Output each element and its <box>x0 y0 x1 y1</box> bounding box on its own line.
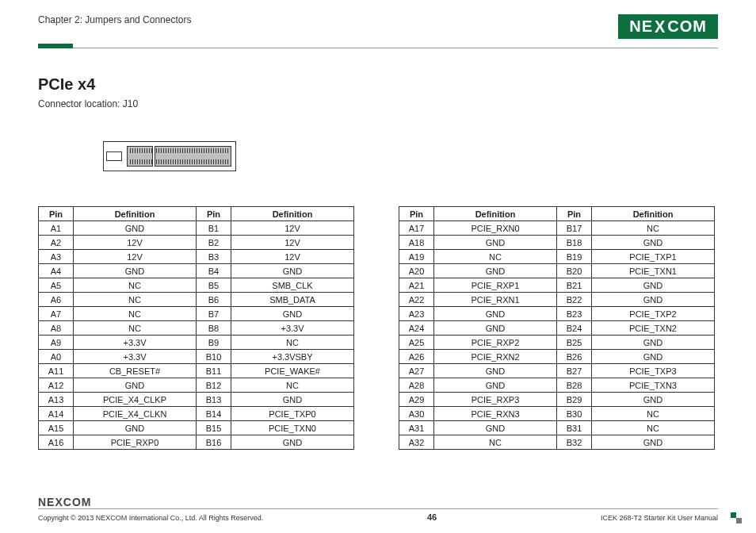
col-def: Definition <box>434 207 557 221</box>
connector-diagram <box>103 141 236 171</box>
definition-cell: PCIE_RXN3 <box>434 407 557 421</box>
pin-cell: B5 <box>197 278 231 293</box>
definition-cell: 12V <box>231 250 354 264</box>
pin-cell: A8 <box>39 321 74 336</box>
table-row: A18GNDB18GND <box>399 236 715 250</box>
pin-cell: B15 <box>197 421 231 435</box>
definition-cell: NC <box>434 250 557 264</box>
pin-cell: B21 <box>557 278 592 293</box>
table-row: A9+3.3VB9NC <box>39 336 354 350</box>
definition-cell: GND <box>74 221 197 236</box>
pin-cell: A16 <box>39 435 74 450</box>
definition-cell: SMB_CLK <box>231 278 354 293</box>
pin-cell: A3 <box>39 250 74 264</box>
pin-cell: B29 <box>557 393 592 407</box>
pin-cell: A13 <box>39 393 74 407</box>
definition-cell: PCIE_TXN3 <box>592 378 715 393</box>
table-row: A15GNDB15PCIE_TXN0 <box>39 421 354 435</box>
page-number: 46 <box>427 512 437 522</box>
pin-cell: A28 <box>399 378 434 393</box>
table-row: A27GNDB27PCIE_TXP3 <box>399 364 715 378</box>
definition-cell: 12V <box>231 221 354 236</box>
table-row: A6NCB6SMB_DATA <box>39 293 354 307</box>
definition-cell: GND <box>592 350 715 364</box>
definition-cell: PCIE_TXN0 <box>231 421 354 435</box>
pin-cell: B31 <box>557 421 592 435</box>
table-row: A30PCIE_RXN3B30NC <box>399 407 715 421</box>
section-subtitle: Connector location: J10 <box>38 98 718 109</box>
definition-cell: GND <box>434 264 557 278</box>
pin-cell: B25 <box>557 336 592 350</box>
table-row: A20GNDB20PCIE_TXN1 <box>399 264 715 278</box>
table-row: A19NCB19PCIE_TXP1 <box>399 250 715 264</box>
header-rule <box>38 44 718 48</box>
definition-cell: PCIE_TXP0 <box>231 407 354 421</box>
table-row: A16PCIE_RXP0B16GND <box>39 435 354 450</box>
chapter-label: Chapter 2: Jumpers and Connectors <box>38 14 191 25</box>
definition-cell: +3.3V <box>74 336 197 350</box>
pinout-table-left: Pin Definition Pin Definition A1GNDB112V… <box>38 206 354 450</box>
pin-cell: B19 <box>557 250 592 264</box>
table-row: A31GNDB31NC <box>399 421 715 435</box>
pin-cell: A21 <box>399 278 434 293</box>
definition-cell: PCIE_TXN2 <box>592 321 715 336</box>
table-row: A4GNDB4GND <box>39 264 354 278</box>
definition-cell: PCIE_WAKE# <box>231 364 354 378</box>
pin-cell: A15 <box>39 421 74 435</box>
pin-cell: A5 <box>39 278 74 293</box>
definition-cell: NC <box>592 221 715 236</box>
definition-cell: GND <box>74 264 197 278</box>
table-row: A312VB312V <box>39 250 354 264</box>
definition-cell: CB_RESET# <box>74 364 197 378</box>
table-row: A17PCIE_RXN0B17NC <box>399 221 715 236</box>
definition-cell: GND <box>592 293 715 307</box>
pin-cell: B27 <box>557 364 592 378</box>
table-row: A29PCIE_RXP3B29GND <box>399 393 715 407</box>
definition-cell: GND <box>434 236 557 250</box>
definition-cell: PCIE_TXP3 <box>592 364 715 378</box>
definition-cell: GND <box>434 378 557 393</box>
definition-cell: GND <box>231 435 354 450</box>
definition-cell: PCIE_RXP3 <box>434 393 557 407</box>
pin-cell: A30 <box>399 407 434 421</box>
table-row: A7NCB7GND <box>39 307 354 321</box>
definition-cell: PCIE_RXP1 <box>434 278 557 293</box>
definition-cell: +3.3V <box>231 321 354 336</box>
definition-cell: PCIE_RXP0 <box>74 435 197 450</box>
table-row: A22PCIE_RXN1B22GND <box>399 293 715 307</box>
pin-cell: A31 <box>399 421 434 435</box>
pin-cell: B23 <box>557 307 592 321</box>
pin-cell: A7 <box>39 307 74 321</box>
table-row: A21PCIE_RXP1B21GND <box>399 278 715 293</box>
definition-cell: GND <box>231 307 354 321</box>
pin-cell: A11 <box>39 364 74 378</box>
pin-cell: B2 <box>197 236 231 250</box>
pin-cell: B6 <box>197 293 231 307</box>
table-row: A25PCIE_RXP2B25GND <box>399 336 715 350</box>
pin-cell: A17 <box>399 221 434 236</box>
pin-cell: B18 <box>557 236 592 250</box>
pin-cell: A24 <box>399 321 434 336</box>
pin-cell: B12 <box>197 378 231 393</box>
table-row: A11CB_RESET#B11PCIE_WAKE# <box>39 364 354 378</box>
table-row: A12GNDB12NC <box>39 378 354 393</box>
col-def: Definition <box>231 207 354 221</box>
pin-cell: A25 <box>399 336 434 350</box>
pin-cell: A2 <box>39 236 74 250</box>
table-row: A32NCB32GND <box>399 435 715 450</box>
pin-cell: B1 <box>197 221 231 236</box>
definition-cell: PCIE_X4_CLKN <box>74 407 197 421</box>
pin-cell: B30 <box>557 407 592 421</box>
table-row: A26PCIE_RXN2B26GND <box>399 350 715 364</box>
pin-cell: B10 <box>197 350 231 364</box>
definition-cell: GND <box>592 278 715 293</box>
pin-cell: B22 <box>557 293 592 307</box>
logo-part-x: X <box>655 17 666 36</box>
logo-part-2: COM <box>667 17 707 36</box>
definition-cell: +3.3VSBY <box>231 350 354 364</box>
brand-logo: NEXCOM <box>618 14 718 39</box>
pin-cell: A29 <box>399 393 434 407</box>
pin-cell: A27 <box>399 364 434 378</box>
col-def: Definition <box>74 207 197 221</box>
table-row: A28GNDB28PCIE_TXN3 <box>399 378 715 393</box>
